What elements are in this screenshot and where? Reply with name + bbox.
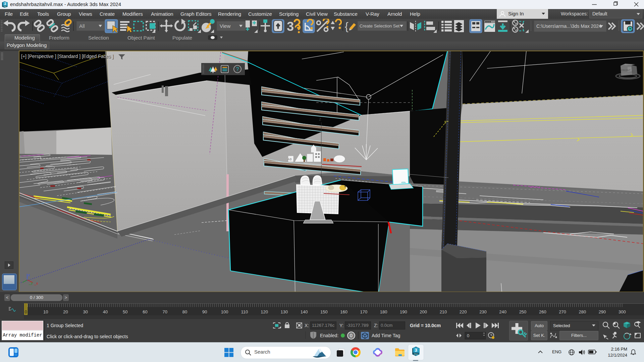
svg-text:230: 230 — [479, 309, 487, 314]
svg-text:170: 170 — [360, 309, 368, 314]
svg-text:60: 60 — [143, 309, 147, 314]
svg-text:210: 210 — [440, 309, 447, 314]
svg-text:220: 220 — [460, 309, 467, 314]
svg-text:200: 200 — [420, 309, 427, 314]
svg-text:130: 130 — [281, 309, 288, 314]
svg-text:MAX: MAX — [3, 6, 6, 7]
svg-text:140: 140 — [301, 309, 308, 314]
svg-text:20: 20 — [63, 309, 68, 314]
svg-text:150: 150 — [320, 309, 328, 314]
svg-text:z: z — [28, 273, 30, 277]
svg-text:_x: _x — [34, 281, 38, 285]
svg-text:0: 0 — [467, 333, 469, 338]
svg-text:120: 120 — [261, 309, 268, 314]
svg-text:FRONT: FRONT — [621, 69, 631, 72]
svg-text:100: 100 — [221, 309, 228, 314]
svg-text:300: 300 — [619, 309, 626, 314]
svg-text:10: 10 — [43, 309, 48, 314]
svg-text:0: 0 — [350, 333, 353, 338]
svg-text:240: 240 — [499, 309, 506, 314]
svg-text:70: 70 — [163, 309, 167, 314]
svg-text:110: 110 — [241, 309, 248, 314]
svg-text:3: 3 — [4, 2, 6, 6]
svg-text:190: 190 — [400, 309, 407, 314]
svg-text:A3: A3 — [288, 158, 291, 161]
svg-text:3: 3 — [415, 348, 417, 353]
svg-text:260: 260 — [539, 309, 546, 314]
svg-text:160: 160 — [340, 309, 347, 314]
svg-text:50: 50 — [123, 309, 127, 314]
svg-text:MAX: MAX — [414, 353, 418, 355]
svg-text:250: 250 — [519, 309, 527, 314]
svg-text:Enabled:: Enabled: — [320, 333, 338, 338]
svg-text:290: 290 — [599, 309, 606, 314]
svg-text:80: 80 — [182, 309, 187, 314]
svg-text:C:\Users\arma...\3ds Max 2024: C:\Users\arma...\3ds Max 2024 — [536, 23, 601, 29]
svg-text:90: 90 — [202, 309, 207, 314]
svg-text:280: 280 — [579, 309, 586, 314]
svg-text:Add Time Tag: Add Time Tag — [372, 333, 400, 338]
svg-text:180: 180 — [380, 309, 387, 314]
svg-text:_y: _y — [29, 281, 33, 285]
svg-text:270: 270 — [559, 309, 566, 314]
svg-text:?: ? — [236, 66, 239, 72]
svg-text:Z: Z — [319, 117, 321, 121]
svg-text:40: 40 — [103, 309, 108, 314]
svg-text:0: 0 — [24, 309, 27, 314]
svg-text:49h: 49h — [401, 181, 406, 184]
svg-text:30: 30 — [83, 309, 88, 314]
